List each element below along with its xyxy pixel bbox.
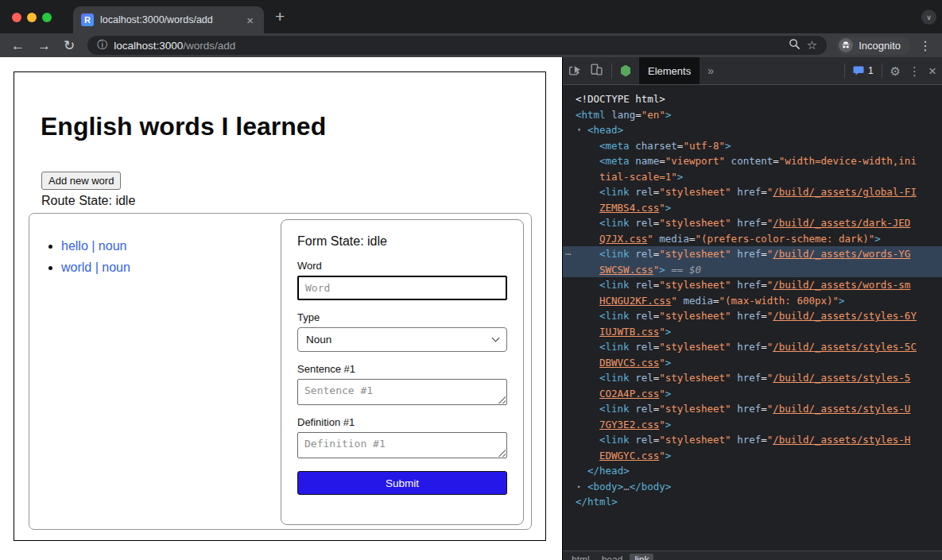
- url-path: /words/add: [183, 40, 235, 52]
- close-button[interactable]: [12, 13, 21, 22]
- browser-window: R localhost:3000/words/add × + ∨ ← → ↻ ⓘ…: [0, 0, 942, 560]
- back-button[interactable]: ←: [8, 39, 28, 52]
- devtools-toolbar: Elements » 1 ⚙ ⋮ ×: [563, 57, 942, 85]
- breadcrumb-item[interactable]: html: [567, 554, 595, 560]
- inspect-element-icon[interactable]: [568, 63, 582, 79]
- browser-tab[interactable]: R localhost:3000/words/add ×: [73, 6, 264, 33]
- dom-tree-line[interactable]: Q7JX.css" media="(prefers-color-scheme: …: [563, 231, 942, 247]
- settings-gear-icon[interactable]: ⚙: [890, 65, 901, 77]
- type-select[interactable]: Noun: [297, 327, 507, 352]
- type-label: Type: [297, 311, 507, 323]
- form-state-text: Form State: idle: [297, 234, 507, 249]
- tab-search-button[interactable]: ∨: [921, 10, 936, 25]
- dom-tree-line[interactable]: </html>: [563, 494, 942, 510]
- route-state-text: Route State: idle: [41, 194, 135, 208]
- reload-button[interactable]: ↻: [60, 39, 78, 52]
- device-toolbar-icon[interactable]: [590, 63, 603, 79]
- fullscreen-button[interactable]: [42, 13, 52, 22]
- devtools-panel: Elements » 1 ⚙ ⋮ × <!DOCTYPE html><html …: [562, 57, 942, 560]
- breadcrumb-item[interactable]: link: [630, 554, 653, 560]
- dom-tree-line[interactable]: <link rel="stylesheet" href="/build/_ass…: [563, 370, 942, 386]
- expand-arrow-open-icon[interactable]: ▾: [577, 122, 587, 138]
- titlebar: R localhost:3000/words/add × + ∨: [0, 0, 942, 33]
- more-panels-icon[interactable]: »: [707, 64, 714, 77]
- dom-tree-line[interactable]: ⋯<link rel="stylesheet" href="/build/_as…: [563, 246, 942, 262]
- devtools-close-icon[interactable]: ×: [928, 64, 936, 78]
- word-link[interactable]: world | noun: [61, 261, 130, 274]
- definition-label: Definition #1: [297, 416, 507, 428]
- toolbar-separator: [611, 64, 612, 79]
- sentence-textarea[interactable]: [297, 379, 507, 405]
- dom-tree-line[interactable]: </head>: [563, 463, 942, 479]
- dom-tree-line[interactable]: ▸<body>…</body>: [563, 479, 942, 495]
- dom-tree-line[interactable]: <html lang="en">: [563, 107, 942, 123]
- dom-tree-line[interactable]: <link rel="stylesheet" href="/build/_ass…: [563, 339, 942, 355]
- sentence-label: Sentence #1: [297, 363, 507, 375]
- dom-tree-line[interactable]: DBWVCS.css">: [563, 355, 942, 371]
- tab-close-icon[interactable]: ×: [244, 13, 256, 28]
- zoom-icon[interactable]: [789, 38, 801, 53]
- devtools-menu-icon[interactable]: ⋮: [909, 65, 921, 77]
- url-text: localhost:3000/words/add: [114, 40, 235, 52]
- issues-count: 1: [868, 65, 874, 76]
- dom-tree-line[interactable]: ZEMBS4.css">: [563, 200, 942, 216]
- app-container: English words I learned Add new word Rou…: [14, 71, 546, 541]
- issues-button[interactable]: 1: [853, 65, 874, 76]
- address-bar[interactable]: ⓘ localhost:3000/words/add ☆: [87, 36, 827, 55]
- incognito-badge: Incognito: [836, 37, 910, 55]
- dom-tree-line[interactable]: <link rel="stylesheet" href="/build/_ass…: [563, 308, 942, 324]
- url-host: localhost:3000: [114, 40, 183, 52]
- page-info-icon[interactable]: ⓘ: [97, 38, 107, 52]
- tab-elements[interactable]: Elements: [639, 57, 700, 84]
- dom-tree-line[interactable]: tial-scale=1">: [563, 169, 942, 185]
- browser-menu-icon[interactable]: ⋮: [917, 38, 934, 53]
- tab-title: localhost:3000/words/add: [100, 14, 244, 25]
- elements-tree: <!DOCTYPE html><html lang="en">▾<head><m…: [563, 86, 942, 550]
- dom-tree-line[interactable]: ▾<head>: [563, 122, 942, 138]
- dom-tree-line[interactable]: CO2A4P.css">: [563, 386, 942, 402]
- add-new-word-button[interactable]: Add new word: [41, 172, 121, 190]
- words-panel: hello | nounworld | noun Form State: idl…: [29, 213, 532, 530]
- dom-tree-line[interactable]: <link rel="stylesheet" href="/build/_ass…: [563, 401, 942, 417]
- dom-tree-line[interactable]: HCNGU2KF.css" media="(max-width: 600px)"…: [563, 293, 942, 309]
- definition-textarea[interactable]: [297, 432, 507, 458]
- submit-button[interactable]: Submit: [297, 471, 507, 495]
- navigation-toolbar: ← → ↻ ⓘ localhost:3000/words/add ☆ Incog…: [0, 33, 942, 57]
- minimize-button[interactable]: [27, 13, 37, 22]
- new-tab-button[interactable]: +: [275, 7, 285, 26]
- bookmark-star-icon[interactable]: ☆: [807, 38, 817, 52]
- expand-arrow-closed-icon[interactable]: ▸: [577, 479, 587, 495]
- dom-tree-line[interactable]: <link rel="stylesheet" href="/build/_ass…: [563, 215, 942, 231]
- dom-tree-line[interactable]: <link rel="stylesheet" href="/build/_ass…: [563, 432, 942, 448]
- add-word-form: Form State: idle Word Type Noun Sentence…: [281, 219, 524, 525]
- incognito-icon: [839, 38, 853, 52]
- web-page: English words I learned Add new word Rou…: [0, 57, 562, 560]
- dom-tree-line[interactable]: IUJWTB.css">: [563, 324, 942, 340]
- dom-tree-line[interactable]: SWCSW.css"> == $0: [563, 262, 942, 278]
- word-input[interactable]: [297, 276, 507, 300]
- dom-tree-line[interactable]: <meta charset="utf-8">: [563, 138, 942, 154]
- dom-tree-line[interactable]: <!DOCTYPE html>: [563, 91, 942, 107]
- dom-tree-line[interactable]: <link rel="stylesheet" href="/build/_ass…: [563, 184, 942, 200]
- dom-breadcrumbs: htmlheadlink: [563, 550, 942, 560]
- dom-tree-line[interactable]: 7GY3E2.css">: [563, 417, 942, 433]
- toolbar-separator: [882, 64, 882, 79]
- forward-button[interactable]: →: [34, 39, 54, 52]
- toolbar-separator: [844, 64, 845, 79]
- issues-bubble-icon: [853, 66, 864, 76]
- dom-tree-line[interactable]: <meta name="viewport" content="width=dev…: [563, 153, 942, 169]
- word-label: Word: [297, 260, 507, 272]
- incognito-label: Incognito: [859, 40, 901, 52]
- line-gutter-dots-icon[interactable]: ⋯: [565, 246, 571, 262]
- chevron-down-icon: [492, 334, 500, 342]
- dom-tree-line[interactable]: <link rel="stylesheet" href="/build/_ass…: [563, 277, 942, 293]
- remix-favicon-icon: R: [81, 14, 94, 26]
- page-title: English words I learned: [41, 112, 326, 141]
- extension-panel-icon[interactable]: [620, 65, 631, 77]
- type-select-value: Noun: [306, 334, 493, 346]
- word-link[interactable]: hello | noun: [61, 239, 126, 253]
- dom-tree-line[interactable]: EDWGYC.css">: [563, 448, 942, 464]
- breadcrumb-item[interactable]: head: [597, 554, 628, 560]
